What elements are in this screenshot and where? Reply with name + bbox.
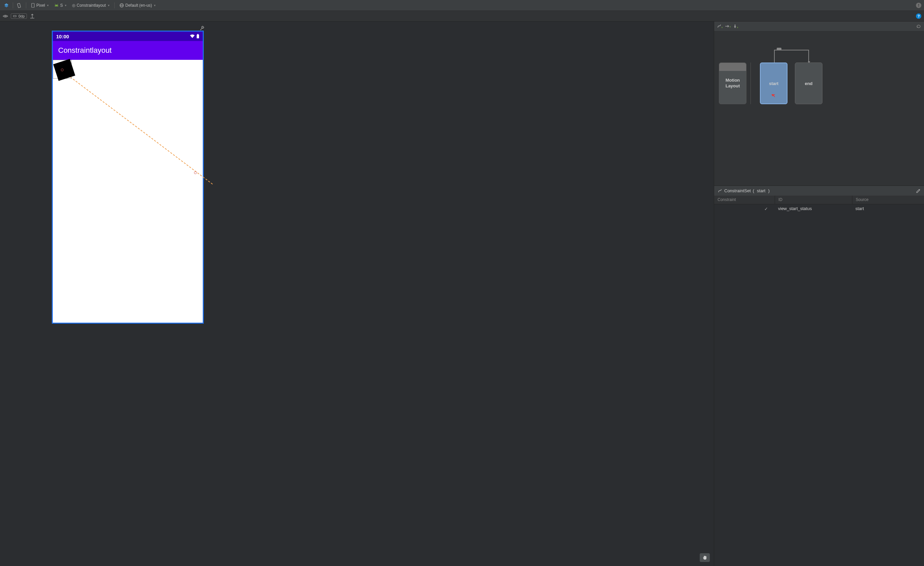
chevron-down-icon: ▾ (65, 4, 67, 7)
motion-layout-card[interactable]: Motion Layout (719, 63, 747, 104)
surface-icon[interactable] (3, 1, 10, 9)
api-dropdown[interactable]: S ▾ (52, 2, 69, 8)
constraint-row[interactable]: ✓ view_start_status start (714, 204, 924, 213)
warnings-icon[interactable]: ! (916, 3, 921, 8)
end-state-label: end (805, 81, 812, 86)
constraintset-title-value: start (757, 188, 765, 193)
constraintset-empty-area (714, 213, 924, 566)
margin-value: 0dp (18, 14, 24, 18)
separator (26, 2, 26, 8)
design-toolbar: Pixel ▾ S ▾ ◎ Constraintlayout ▾ Default… (0, 0, 924, 11)
motion-editor-panel: + + + Motion Layout (714, 21, 924, 566)
pan-button[interactable] (700, 553, 710, 562)
device-label: Pixel (36, 3, 45, 8)
path-start-marker (61, 69, 63, 71)
wifi-icon (190, 34, 195, 38)
api-label: S (60, 3, 63, 8)
svg-rect-15 (197, 34, 199, 38)
create-constraintset-icon[interactable]: + (717, 24, 722, 28)
design-panel: 10:00 Constraintlayout (0, 21, 714, 566)
constraint-id: view_start_status (775, 204, 852, 213)
edit-icon[interactable] (916, 189, 921, 193)
separator (13, 2, 13, 8)
paren-close: ) (768, 188, 770, 193)
view-options-toolbar: 0dp ? (0, 11, 924, 21)
theme-dropdown[interactable]: ◎ Constraintlayout ▾ (70, 2, 112, 8)
globe-icon (119, 3, 124, 8)
motion-layout-label-2: Layout (726, 83, 740, 89)
help-icon[interactable]: ? (916, 13, 921, 19)
motion-path (62, 70, 213, 184)
tools-icon[interactable] (200, 25, 204, 30)
create-click-handler-icon[interactable]: + (733, 24, 737, 28)
motion-toolbar: + + + (714, 21, 924, 31)
theme-label: Constraintlayout (76, 3, 106, 8)
app-bar: Constraintlayout (53, 41, 203, 60)
start-state-card[interactable]: start (760, 63, 788, 104)
transition-line[interactable] (774, 50, 809, 51)
constraintset-icon (717, 189, 722, 193)
paren-open: ( (753, 188, 754, 193)
cursor-icon (771, 92, 777, 98)
svg-point-5 (57, 5, 57, 6)
col-id: ID (775, 196, 852, 204)
svg-rect-16 (197, 34, 198, 34)
svg-point-4 (56, 5, 56, 6)
locale-label: Default (en-us) (125, 3, 152, 8)
chevron-down-icon: ▾ (154, 4, 156, 7)
preview-body[interactable] (53, 60, 203, 323)
col-constraint: Constraint (714, 196, 775, 204)
svg-line-6 (55, 4, 56, 5)
create-transition-icon[interactable]: + (725, 24, 730, 28)
svg-rect-12 (14, 15, 16, 17)
status-time: 10:00 (56, 34, 69, 39)
status-bar: 10:00 (53, 31, 203, 41)
visibility-icon[interactable] (3, 14, 8, 18)
transition-left-line (774, 50, 775, 63)
svg-point-11 (5, 15, 6, 17)
graph-separator (750, 63, 751, 104)
constraintset-header: ConstraintSet ( start ) (714, 186, 924, 196)
main-split: 10:00 Constraintlayout (0, 21, 924, 566)
chevron-down-icon: ▾ (108, 4, 110, 7)
constraintset-title-prefix: ConstraintSet (724, 188, 751, 193)
motion-graph[interactable]: Motion Layout ▼ start end (714, 31, 924, 186)
chevron-down-icon: ▾ (47, 4, 49, 7)
orientation-icon[interactable] (16, 1, 23, 9)
constraintset-table-header: Constraint ID Source (714, 196, 924, 204)
end-state-card[interactable]: end (795, 63, 822, 104)
svg-rect-3 (32, 3, 34, 7)
svg-line-7 (57, 4, 58, 5)
design-canvas[interactable]: 10:00 Constraintlayout (0, 21, 714, 566)
motion-layout-label-1: Motion (726, 78, 740, 83)
theme-icon: ◎ (72, 3, 75, 8)
start-state-label: start (769, 81, 778, 86)
constraint-source: start (852, 204, 924, 213)
device-preview[interactable]: 10:00 Constraintlayout (52, 31, 203, 323)
svg-rect-2 (18, 3, 21, 7)
default-margin-selector[interactable]: 0dp (11, 13, 27, 19)
app-title: Constraintlayout (58, 46, 112, 55)
android-icon (54, 3, 59, 7)
col-source: Source (852, 196, 924, 204)
cycle-icon[interactable] (916, 24, 921, 28)
path-end-marker (194, 171, 197, 174)
separator (114, 2, 115, 8)
autoconnect-icon[interactable] (30, 13, 35, 19)
battery-icon (196, 34, 200, 39)
locale-dropdown[interactable]: Default (en-us) ▾ (117, 2, 158, 8)
constraint-check: ✓ (714, 204, 775, 213)
device-dropdown[interactable]: Pixel ▾ (29, 2, 51, 8)
